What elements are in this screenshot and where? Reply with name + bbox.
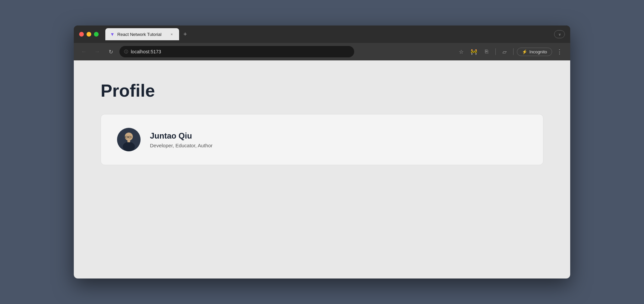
new-tab-button[interactable]: + (180, 30, 190, 39)
tab-close-button[interactable]: × (169, 32, 174, 37)
security-icon: ⓘ (124, 49, 128, 55)
bookmark-button[interactable]: ☆ (456, 46, 467, 57)
forward-button[interactable]: → (93, 47, 102, 56)
tab-area: ▼ React Network Tutorial × + (105, 28, 551, 40)
toolbar-right: ☆ 🚧 ⎘ ▱ ⚡ Incognito ⋮ (456, 46, 565, 57)
active-tab[interactable]: ▼ React Network Tutorial × (105, 28, 179, 40)
profile-bio: Developer, Educator, Author (150, 143, 213, 148)
page-content: Profile Juntao Q (74, 60, 570, 278)
avatar (117, 128, 141, 151)
maximize-button[interactable] (94, 32, 99, 37)
tab-title: React Network Tutorial (117, 32, 166, 37)
back-button[interactable]: ← (79, 47, 89, 56)
incognito-label: Incognito (529, 49, 547, 54)
vite-icon: ▼ (110, 32, 115, 37)
toolbar-divider2 (513, 48, 514, 55)
toolbar-divider (495, 48, 496, 55)
profile-card: Juntao Qiu Developer, Educator, Author (101, 114, 543, 165)
browser-window: ▼ React Network Tutorial × + ∨ ← → ↻ ⓘ l… (74, 26, 570, 278)
window-controls (79, 32, 99, 37)
page-title: Profile (101, 81, 543, 101)
extension1-button[interactable]: 🚧 (469, 46, 479, 57)
reload-button[interactable]: ↻ (106, 47, 115, 56)
tab-expand-button[interactable]: ∨ (554, 30, 565, 38)
profile-info: Juntao Qiu Developer, Educator, Author (150, 131, 213, 148)
profile-name: Juntao Qiu (150, 131, 213, 141)
minimize-button[interactable] (87, 32, 91, 37)
extension2-button[interactable]: ⎘ (481, 46, 492, 57)
svg-rect-6 (127, 140, 130, 142)
incognito-button[interactable]: ⚡ Incognito (517, 48, 552, 56)
svg-point-5 (123, 142, 135, 151)
more-button[interactable]: ⋮ (554, 46, 565, 57)
address-bar[interactable]: ⓘ localhost:5173 (119, 46, 354, 57)
close-button[interactable] (79, 32, 84, 37)
incognito-icon: ⚡ (522, 49, 527, 54)
title-bar: ▼ React Network Tutorial × + ∨ (74, 26, 570, 43)
avatar-image (117, 128, 141, 151)
sidebar-button[interactable]: ▱ (499, 46, 510, 57)
address-text: localhost:5173 (131, 49, 161, 54)
nav-bar: ← → ↻ ⓘ localhost:5173 ☆ 🚧 ⎘ ▱ ⚡ Incogni… (74, 43, 570, 60)
